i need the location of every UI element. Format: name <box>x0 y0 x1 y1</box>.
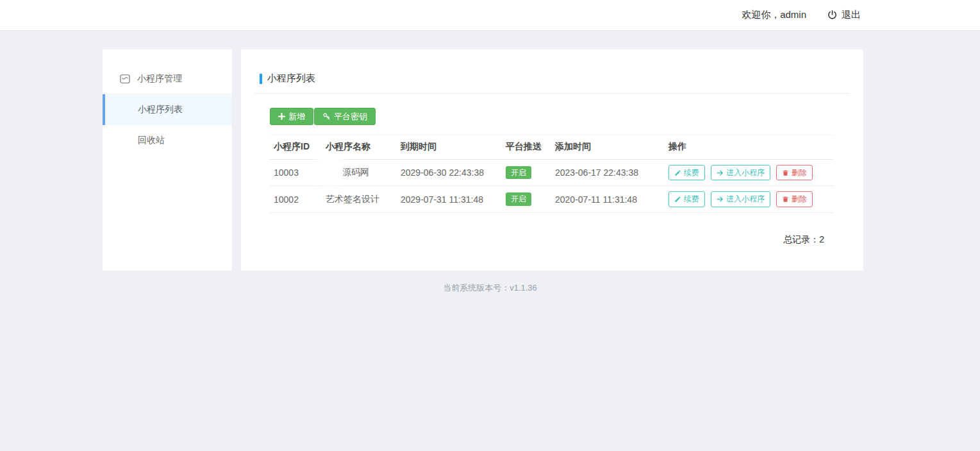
arrow-right-icon <box>717 196 724 203</box>
arrow-right-icon <box>717 169 724 176</box>
renew-label: 续费 <box>684 194 699 203</box>
title-marker <box>260 74 262 84</box>
col-header-actions: 操作 <box>664 135 834 160</box>
panel-divider <box>254 93 849 94</box>
status-badge-on: 开启 <box>506 192 531 205</box>
delete-label: 删除 <box>792 168 807 177</box>
delete-button[interactable]: 删除 <box>776 165 813 180</box>
sidebar-group-miniprogram-management[interactable]: 小程序管理 <box>103 64 232 94</box>
miniprogram-name: 艺术签名设计 <box>326 194 379 204</box>
cell-expire: 2029-06-30 22:43:38 <box>396 160 501 186</box>
version-value: v1.1.36 <box>510 283 537 293</box>
cell-name: 源码网 <box>321 160 396 186</box>
add-button-label: 新增 <box>288 111 305 123</box>
sidebar: 小程序管理 小程序列表 回收站 <box>103 49 232 271</box>
status-badge-on: 开启 <box>506 166 531 179</box>
cell-push: 开启 <box>501 186 551 212</box>
renew-label: 续费 <box>684 168 699 177</box>
renew-button[interactable]: 续费 <box>669 191 705 207</box>
enter-miniprogram-button[interactable]: 进入小程序 <box>711 191 770 207</box>
table-row: 10003 源码网 2029-06-30 22:43:38 开启 2023-06… <box>269 160 834 186</box>
col-header-added: 添加时间 <box>551 135 664 160</box>
version-label: 当前系统版本号： <box>443 283 510 293</box>
platform-key-button[interactable]: 平台密钥 <box>314 108 376 125</box>
trash-icon <box>782 196 789 203</box>
enter-label: 进入小程序 <box>726 194 765 203</box>
table-row: 10002 艺术签名设计 2029-07-31 11:31:48 开启 2020… <box>269 186 834 212</box>
sidebar-item-miniprogram-list[interactable]: 小程序列表 <box>103 94 232 125</box>
cell-actions: 续费 进入小程序 <box>664 186 834 212</box>
main-panel: 小程序列表 新增 平台密钥 小程序ID <box>241 49 863 271</box>
delete-label: 删除 <box>792 194 807 203</box>
cell-added: 2023-06-17 22:43:38 <box>551 160 664 186</box>
version-footer: 当前系统版本号：v1.1.36 <box>0 282 980 294</box>
cell-name: 艺术签名设计 <box>321 186 396 212</box>
miniprogram-name: 源码网 <box>342 167 369 177</box>
enter-label: 进入小程序 <box>726 168 765 177</box>
total-records: 总记录：2 <box>783 234 824 246</box>
welcome-text: 欢迎你，admin <box>742 9 806 21</box>
total-records-value: 2 <box>819 234 824 244</box>
cell-actions: 续费 进入小程序 <box>664 160 834 186</box>
redaction-patch <box>319 156 342 184</box>
sidebar-group-label: 小程序管理 <box>137 73 182 85</box>
power-icon <box>827 10 838 21</box>
miniprogram-table: 小程序ID 小程序名称 到期时间 平台推送 添加时间 操作 10003 源码网 … <box>269 135 834 213</box>
pencil-icon <box>674 196 681 203</box>
platform-key-button-label: 平台密钥 <box>334 111 367 123</box>
delete-button[interactable]: 删除 <box>776 191 813 207</box>
col-header-id: 小程序ID <box>269 135 321 160</box>
renew-button[interactable]: 续费 <box>669 165 705 180</box>
trash-icon <box>782 169 789 176</box>
table-header-row: 小程序ID 小程序名称 到期时间 平台推送 添加时间 操作 <box>269 135 834 160</box>
cell-id: 10003 <box>269 160 321 186</box>
pencil-icon <box>674 169 681 176</box>
key-icon <box>322 112 331 121</box>
miniprogram-icon <box>119 73 131 85</box>
col-header-expire: 到期时间 <box>396 135 501 160</box>
panel-title: 小程序列表 <box>260 72 315 85</box>
logout-label: 退出 <box>842 9 861 21</box>
add-button[interactable]: 新增 <box>270 108 313 125</box>
top-navbar: 欢迎你，admin 退出 <box>0 0 980 31</box>
total-records-label: 总记录： <box>783 234 819 244</box>
logout-button[interactable]: 退出 <box>827 9 861 21</box>
col-header-push: 平台推送 <box>501 135 551 160</box>
sidebar-item-label: 回收站 <box>138 135 165 146</box>
cell-push: 开启 <box>501 160 551 186</box>
plus-icon <box>278 113 285 120</box>
cell-added: 2020-07-11 11:31:48 <box>551 186 664 212</box>
panel-title-text: 小程序列表 <box>267 72 315 85</box>
cell-expire: 2029-07-31 11:31:48 <box>396 186 501 212</box>
sidebar-item-label: 小程序列表 <box>138 104 183 115</box>
sidebar-item-recycle-bin[interactable]: 回收站 <box>103 125 232 156</box>
enter-miniprogram-button[interactable]: 进入小程序 <box>711 165 770 180</box>
cell-id: 10002 <box>269 186 321 212</box>
